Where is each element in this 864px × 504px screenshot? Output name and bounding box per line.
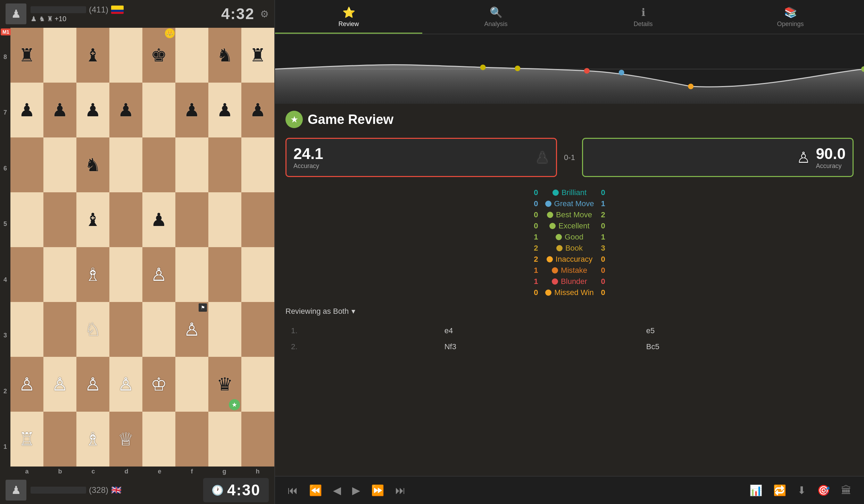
cell-f5[interactable] xyxy=(175,192,208,247)
bottom-player-bar: ♟ (328) 🇬🇧 🕐 4:30 xyxy=(0,476,274,504)
tab-review[interactable]: ⭐ Review xyxy=(275,0,422,34)
cell-e1[interactable] xyxy=(142,412,175,467)
cell-d7[interactable]: ♟ xyxy=(109,83,142,137)
download-button[interactable]: ⬇ xyxy=(792,481,812,499)
cell-e6[interactable] xyxy=(142,137,175,192)
move-white-1[interactable]: e4 xyxy=(439,323,641,339)
cell-h3[interactable] xyxy=(241,302,274,357)
flag-badge: ⚑ xyxy=(199,303,207,312)
cell-g6[interactable] xyxy=(208,137,241,192)
chess-board[interactable]: M1 8 7 6 5 4 3 2 1 ♜ ♝ ♚ 👑 ♞ ♜ xyxy=(0,28,274,476)
cell-g3[interactable] xyxy=(208,302,241,357)
cell-f6[interactable] xyxy=(175,137,208,192)
cell-h8[interactable]: ♜ xyxy=(241,28,274,83)
next-next-button[interactable]: ⏩ xyxy=(366,481,390,499)
cell-b1[interactable] xyxy=(43,412,76,467)
game-graph[interactable] xyxy=(275,34,864,104)
cell-a5[interactable] xyxy=(10,192,43,247)
cell-c8[interactable]: ♝ xyxy=(76,28,109,83)
cell-c3[interactable]: ♘ xyxy=(76,302,109,357)
cell-e3[interactable] xyxy=(142,302,175,357)
cell-g5[interactable] xyxy=(208,192,241,247)
cell-a6[interactable] xyxy=(10,137,43,192)
cell-g1[interactable] xyxy=(208,412,241,467)
svg-point-4 xyxy=(619,70,624,75)
cell-b2[interactable]: ♙ xyxy=(43,357,76,412)
cell-a1[interactable]: ♖ xyxy=(10,412,43,467)
prev-prev-button[interactable]: ⏪ xyxy=(304,481,327,499)
cell-g8[interactable]: ♞ xyxy=(208,28,241,83)
cell-b8[interactable] xyxy=(43,28,76,83)
cell-f7[interactable]: ♟ xyxy=(175,83,208,137)
cell-h1[interactable] xyxy=(241,412,274,467)
cell-f1[interactable] xyxy=(175,412,208,467)
share-button[interactable]: 🔁 xyxy=(768,481,792,499)
cell-b4[interactable] xyxy=(43,247,76,302)
tab-details[interactable]: ℹ Details xyxy=(570,0,717,34)
reviewing-as-row[interactable]: Reviewing as Both ▾ xyxy=(285,307,854,316)
rank-5: 5 xyxy=(3,220,7,228)
cell-f4[interactable] xyxy=(175,247,208,302)
move-white-2[interactable]: Nf3 xyxy=(439,339,641,355)
move-black-1[interactable]: e5 xyxy=(641,323,854,339)
cell-c7[interactable]: ♟ xyxy=(76,83,109,137)
cell-e7[interactable] xyxy=(142,83,175,137)
cell-c2[interactable]: ♙ xyxy=(76,357,109,412)
cell-f3[interactable]: ♙ ⚑ xyxy=(175,302,208,357)
cell-c1[interactable]: ♗ xyxy=(76,412,109,467)
cell-h4[interactable] xyxy=(241,247,274,302)
cell-d4[interactable] xyxy=(109,247,142,302)
target-button[interactable]: 🎯 xyxy=(812,481,836,499)
prev-button[interactable]: ◀ xyxy=(327,481,347,499)
first-move-button[interactable]: ⏮ xyxy=(282,482,304,499)
dot-mistake xyxy=(552,267,558,274)
cell-c4[interactable]: ♗ xyxy=(76,247,109,302)
file-d: d xyxy=(124,468,128,475)
cell-d2[interactable]: ♙ xyxy=(109,357,142,412)
move-black-2[interactable]: Bc5 xyxy=(641,339,854,355)
cell-a4[interactable] xyxy=(10,247,43,302)
stat-book-right: 3 xyxy=(594,244,854,253)
cell-b5[interactable] xyxy=(43,192,76,247)
cell-c5[interactable]: ♝ xyxy=(76,192,109,247)
cell-g7[interactable]: ♟ xyxy=(208,83,241,137)
cell-b6[interactable] xyxy=(43,137,76,192)
cell-h2[interactable] xyxy=(241,357,274,412)
cell-g4[interactable] xyxy=(208,247,241,302)
cell-g2[interactable]: ♛ ★ xyxy=(208,357,241,412)
cell-d8[interactable] xyxy=(109,28,142,83)
cell-e5[interactable]: ♟ xyxy=(142,192,175,247)
cell-a8[interactable]: ♜ xyxy=(10,28,43,83)
cell-a2[interactable]: ♙ xyxy=(10,357,43,412)
stat-inaccuracy-right: 0 xyxy=(594,255,854,264)
cell-d6[interactable] xyxy=(109,137,142,192)
cell-b7[interactable]: ♟ xyxy=(43,83,76,137)
tab-analysis[interactable]: 🔍 Analysis xyxy=(422,0,570,34)
details-label: Details xyxy=(633,20,653,28)
cell-e2[interactable]: ♔ xyxy=(142,357,175,412)
cell-h6[interactable] xyxy=(241,137,274,192)
cell-a3[interactable] xyxy=(10,302,43,357)
chart-button[interactable]: 📊 xyxy=(744,481,768,499)
last-move-button[interactable]: ⏭ xyxy=(390,482,411,499)
cell-f2[interactable] xyxy=(175,357,208,412)
piece-g2-queen: ♛ xyxy=(217,375,233,393)
cell-f8[interactable] xyxy=(175,28,208,83)
settings-icon[interactable]: ⚙ xyxy=(260,8,269,20)
cell-h7[interactable]: ♟ xyxy=(241,83,274,137)
cell-d1[interactable]: ♕ xyxy=(109,412,142,467)
cell-e4[interactable]: ♙ xyxy=(142,247,175,302)
cell-b3[interactable] xyxy=(43,302,76,357)
next-button[interactable]: ▶ xyxy=(347,481,366,499)
cell-a7[interactable]: ♟ xyxy=(10,83,43,137)
cell-c6[interactable]: ♞ xyxy=(76,137,109,192)
cell-h5[interactable] xyxy=(241,192,274,247)
cell-d5[interactable] xyxy=(109,192,142,247)
home-button[interactable]: 🏛 xyxy=(836,482,857,499)
right-panel: ⭐ Review 🔍 Analysis ℹ Details 📚 Openings xyxy=(274,0,864,504)
tab-openings[interactable]: 📚 Openings xyxy=(717,0,864,34)
cell-d3[interactable] xyxy=(109,302,142,357)
stat-brilliant-name: Brilliant xyxy=(545,188,594,197)
cell-e8[interactable]: ♚ 👑 xyxy=(142,28,175,83)
bottom-player-info: (328) 🇬🇧 xyxy=(31,485,203,495)
